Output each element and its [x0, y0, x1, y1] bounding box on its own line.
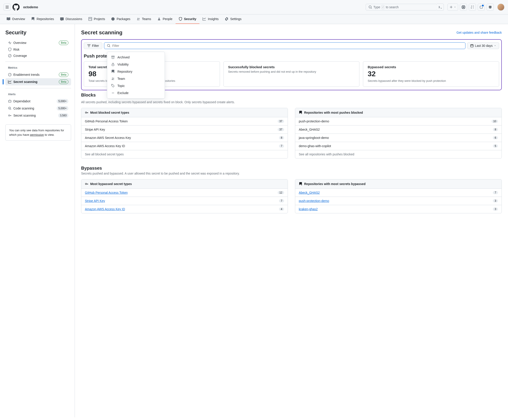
tab-security[interactable]: Security	[176, 15, 199, 24]
svg-point-13	[85, 183, 87, 185]
search-hint-2: to search	[386, 5, 399, 9]
beta-badge: Beta	[59, 80, 68, 84]
repo-icon	[299, 182, 302, 186]
repo-icon	[111, 70, 115, 73]
user-avatar[interactable]	[497, 4, 504, 11]
tab-repositories[interactable]: Repositories	[28, 15, 57, 24]
table-row[interactable]: Amazon AWS Secret Access Key8	[81, 134, 288, 142]
global-topbar: octodemo Type / to search	[0, 0, 508, 15]
svg-point-0	[463, 7, 464, 8]
tab-teams[interactable]: Teams	[133, 15, 154, 24]
sidebar-item-overview[interactable]: Overview Beta	[5, 39, 71, 46]
count-badge: 5,000+	[57, 106, 68, 111]
see-all-link[interactable]: See all repositories with pushes blocked	[295, 150, 501, 158]
filter-input-wrap[interactable]	[104, 42, 465, 49]
filter-icon	[87, 44, 91, 47]
sidebar-item-secret-scanning-alert[interactable]: Secret scanning 3,583	[5, 112, 71, 119]
sidebar-item-code-scanning[interactable]: Code scanning 5,000+	[5, 105, 71, 112]
create-button[interactable]	[447, 4, 458, 11]
table-row[interactable]: Abeck_GHAS28	[295, 126, 501, 134]
security-sidebar: Security Overview Beta Risk Coverage Met…	[0, 24, 75, 417]
table-row[interactable]: java-springboot-demo6	[295, 134, 501, 142]
sidebar-item-risk[interactable]: Risk	[5, 46, 71, 52]
search-hint: Type	[373, 5, 380, 9]
table-row[interactable]: Abeck_GHAS27	[295, 189, 501, 197]
global-search[interactable]: Type / to search	[366, 4, 437, 10]
tab-projects[interactable]: Projects	[85, 15, 108, 24]
panel-blocked-types: Most blocked secret types GitHub Persona…	[81, 108, 288, 158]
table-row[interactable]: demo-ghas-with-copilot5	[295, 142, 501, 150]
org-tabnav: Overview Repositories Discussions Projec…	[0, 15, 508, 24]
sidebar-item-coverage[interactable]: Coverage	[5, 52, 71, 59]
notifications-button[interactable]	[478, 4, 485, 11]
key-icon	[85, 182, 88, 186]
sidebar-item-secret-scanning-metric[interactable]: Secret scanning Beta	[5, 78, 71, 85]
filter-input[interactable]	[112, 44, 463, 47]
sidebar-item-enablement-trends[interactable]: Enablement trends Beta	[5, 71, 71, 78]
tag-icon	[111, 84, 115, 88]
date-range-button[interactable]: Last 30 days	[467, 42, 499, 49]
key-icon	[85, 111, 88, 114]
org-name[interactable]: octodemo	[23, 5, 38, 9]
repo-icon	[299, 111, 302, 114]
table-row[interactable]: Amazon AWS Access Key ID7	[81, 142, 288, 150]
feedback-link[interactable]: Get updates and share feedback	[456, 31, 502, 34]
table-row[interactable]: push-protection-demo3	[295, 197, 501, 205]
people-icon	[111, 77, 115, 81]
chevron-down-icon	[494, 45, 496, 47]
beta-badge: Beta	[59, 72, 68, 77]
tab-overview[interactable]: Overview	[4, 15, 28, 24]
table-row[interactable]: GitHub Personal Access Token37	[81, 117, 288, 126]
filter-option-topic[interactable]: Topic	[107, 82, 165, 89]
filter-button[interactable]: Filter	[84, 42, 102, 49]
table-row[interactable]: GitHub Personal Access Token12	[81, 189, 288, 197]
main-content: Secret scanning Get updates and share fe…	[75, 24, 508, 417]
svg-rect-3	[8, 100, 11, 102]
pull-requests-button[interactable]	[469, 4, 476, 11]
panel-bypassed-types: Most bypassed secret types GitHub Person…	[81, 179, 288, 213]
sidebar-header-alerts: Alerts	[5, 91, 71, 98]
svg-rect-10	[112, 64, 114, 66]
panel-bypassed-repos: Repositories with most secrets bypassed …	[295, 179, 502, 213]
permission-link[interactable]: permission	[30, 133, 44, 136]
tab-discussions[interactable]: Discussions	[57, 15, 85, 24]
see-all-link[interactable]: See all blocked secret types	[81, 150, 288, 158]
stat-bypassed: Bypassed secrets 32 Secrets bypassed aft…	[363, 61, 499, 87]
filter-option-exclude[interactable]: Exclude	[107, 89, 165, 97]
bypasses-header: Bypasses	[81, 166, 502, 171]
svg-rect-9	[112, 56, 115, 57]
sidebar-header-metrics: Metrics	[5, 64, 71, 71]
tab-packages[interactable]: Packages	[108, 15, 133, 24]
filter-option-visibility[interactable]: Visibility	[107, 61, 165, 68]
svg-point-11	[112, 85, 112, 85]
tab-people[interactable]: People	[154, 15, 176, 24]
blocks-desc: All secrets pushed, including secrets by…	[81, 100, 502, 104]
issues-button[interactable]	[460, 4, 467, 11]
count-badge: 5,000+	[57, 99, 68, 104]
svg-point-12	[85, 112, 87, 113]
search-kbd: /	[382, 5, 384, 9]
github-logo-icon[interactable]	[13, 4, 20, 11]
tab-insights[interactable]: Insights	[199, 15, 222, 24]
filter-autocomplete: Archived Visibility Repository Team Topi…	[107, 52, 165, 98]
sidebar-item-dependabot[interactable]: Dependabot 5,000+	[5, 98, 71, 105]
highlight-region: Filter Last 30 days Archived Visibility …	[81, 39, 502, 90]
menu-button[interactable]	[4, 4, 11, 11]
filter-option-archived[interactable]: Archived	[107, 54, 165, 61]
table-row[interactable]: push-protection-demo10	[295, 117, 501, 126]
filter-option-team[interactable]: Team	[107, 75, 165, 82]
table-row[interactable]: kraken-ghas23	[295, 205, 501, 213]
table-row[interactable]: Stripe API Key7	[81, 197, 288, 205]
copilot-button[interactable]	[487, 4, 494, 11]
filter-option-repository[interactable]: Repository	[107, 68, 165, 75]
tab-settings[interactable]: Settings	[222, 15, 245, 24]
table-row[interactable]: Stripe API Key37	[81, 126, 288, 134]
dash-icon	[111, 91, 115, 95]
table-row[interactable]: Amazon AWS Access Key ID4	[81, 205, 288, 213]
svg-point-4	[9, 101, 10, 102]
search-icon	[107, 44, 110, 47]
stat-successfully-blocked: Successfully blocked secrets Secrets rem…	[223, 61, 360, 87]
sidebar-title: Security	[5, 30, 71, 36]
lock-icon	[111, 63, 115, 66]
command-palette-button[interactable]	[437, 4, 444, 11]
